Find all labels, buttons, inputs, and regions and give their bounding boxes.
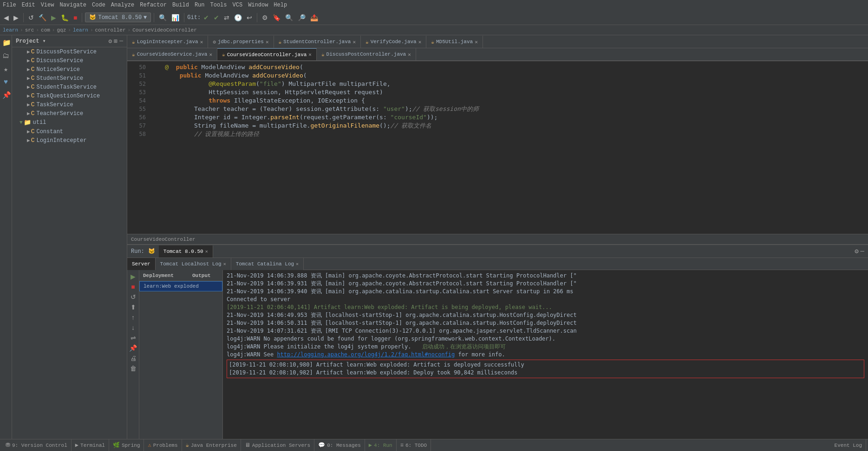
tab-close-icon[interactable]: ✕ [209,52,212,58]
status-run[interactable]: ▶ 4: Run [365,439,397,451]
status-problems[interactable]: ⚠ Problems [144,439,182,451]
run-wrap-btn[interactable]: ⇌ [130,333,137,342]
run-scroll-down-btn[interactable]: ↓ [131,323,136,332]
settings-button[interactable]: ⚙ [260,13,270,22]
sidebar-layout-icon[interactable]: ⊞ [114,38,117,45]
run-settings-icon[interactable]: ⚙ [855,247,858,255]
tab-jdbc[interactable]: ⚙ jdbc.properties ✕ [208,36,274,48]
tree-item-util[interactable]: ▼ 📁 util [12,118,127,127]
forward-button[interactable]: ▶ [12,13,20,22]
tab-close-icon[interactable]: ✕ [408,52,411,58]
menu-tools[interactable]: Tools [210,2,227,8]
coverage-button[interactable]: 🔍 [157,13,169,22]
tab-close-icon[interactable]: ✕ [200,39,203,45]
git-checkmark[interactable]: ✔ [202,13,211,22]
breadcrumb-com[interactable]: com [41,27,50,33]
breadcrumb-src[interactable]: src [25,27,34,33]
tab-coursevideoservice[interactable]: ☕ CourseVideoService.java ✕ [127,48,217,60]
menu-vcs[interactable]: VCS [233,2,243,8]
status-messages[interactable]: 💬 0: Messages [314,439,365,451]
reload-button[interactable]: ↺ [26,13,36,22]
status-java-enterprise[interactable]: ☕ Java Enterprise [182,439,241,451]
menu-view[interactable]: View [41,2,54,8]
run-print-btn[interactable]: 🖨 [129,354,137,363]
breadcrumb-learn2[interactable]: learn [73,27,88,33]
git-clock[interactable]: 🕐 [232,13,244,22]
tab-coursevideocontroller[interactable]: ☕ CourseVideoController.java ✕ [217,48,317,60]
tab-close-icon[interactable]: ✕ [475,39,478,45]
sidebar-minimize-icon[interactable]: ─ [119,38,123,45]
tree-item-studentservice[interactable]: ▶ C StudentService [12,74,127,83]
status-spring[interactable]: 🌿 Spring [109,439,144,451]
code-editor[interactable]: 50 @ public ModelAndView addCourseVideo(… [127,61,868,234]
tab-close-icon[interactable]: ✕ [352,39,356,45]
debug-button[interactable]: 🐛 [59,13,71,22]
back-button[interactable]: ◀ [2,13,11,22]
menu-build[interactable]: Build [172,2,189,8]
menu-edit[interactable]: Edit [22,2,35,8]
tab-discusspostcontroller[interactable]: ☕ DiscussPostController.java ✕ [317,48,416,60]
tree-item-taskquestionservice[interactable]: ▶ C TaskQuestionService [12,91,127,100]
run-scroll-up-btn[interactable]: ↑ [131,313,136,322]
log4j-link[interactable]: http://logging.apache.org/log4j/1.2/faq.… [277,351,455,358]
menu-code[interactable]: Code [92,2,105,8]
run-output[interactable]: 21-Nov-2019 14:06:39.888 资讯 [main] org.a… [223,270,868,439]
search-button[interactable]: 🔍 [283,13,295,22]
git-sync[interactable]: ⇄ [222,13,231,22]
status-terminal[interactable]: ▶ Terminal [72,439,109,451]
tab-close-icon[interactable]: ✕ [418,39,422,45]
breadcrumb-gqz[interactable]: gqz [57,27,66,33]
bookmark-button[interactable]: 🔖 [271,13,282,22]
menu-navigate[interactable]: Navigate [59,2,86,8]
run-subtab-close[interactable]: ✕ [223,261,226,267]
run-deploy-item[interactable]: learn:Web exploded [139,281,222,291]
tab-close-icon[interactable]: ✕ [308,52,312,58]
profile-button[interactable]: 📊 [170,13,181,22]
menu-file[interactable]: File [3,2,16,8]
run-clear-btn[interactable]: 🗑 [129,364,137,373]
bookmark-icon[interactable]: ★ [1,64,11,75]
git-check2[interactable]: ✔ [212,13,221,22]
tab-verifycode[interactable]: ☕ VerifyCode.java ✕ [361,36,426,48]
run-pin-btn[interactable]: 📌 [128,343,138,353]
git-undo[interactable]: ↩ [245,13,254,22]
tree-item-loginintecepter[interactable]: ▶ C LoginIntecepter [12,136,127,145]
tree-item-noticeservice[interactable]: ▶ C NoticeService [12,65,127,74]
tab-loginintecepter[interactable]: ☕ LoginIntecepter.java ✕ [127,36,208,48]
breadcrumb-controller[interactable]: controller [95,27,126,33]
status-todo[interactable]: ≡ 6: TODO [397,439,431,451]
tree-item-discusspostservice[interactable]: ▶ C DiscussPostService [12,47,127,56]
tab-md5util[interactable]: ☕ MD5Util.java ✕ [426,36,483,48]
favorites-icon[interactable]: ♥ [1,77,11,88]
run-update-btn[interactable]: ⬆ [130,303,137,312]
run-subtab-close[interactable]: ✕ [296,261,299,267]
run-tab-close-icon[interactable]: ✕ [205,249,208,254]
menu-window[interactable]: Window [248,2,268,8]
project-icon[interactable]: 📁 [1,37,11,49]
run-restart-btn[interactable]: ↺ [130,292,137,302]
run-minimize-icon[interactable]: ─ [861,248,864,255]
tree-item-discussservice[interactable]: ▶ C DiscussService [12,56,127,65]
tab-studentcontroller[interactable]: ☕ StudentController.java ✕ [274,36,361,48]
run-tomcat-tab[interactable]: Tomcat 8.0.50 ✕ [159,245,213,258]
menu-analyze[interactable]: Analyze [111,2,134,8]
tomcat-dropdown[interactable]: 🐱 Tomcat 8.0.50 ▼ [85,13,151,22]
run-start-btn[interactable]: ▶ [130,272,137,281]
sidebar-gear-icon[interactable]: ⚙ [109,38,112,45]
tab-close-icon[interactable]: ✕ [266,39,269,45]
breadcrumb-learn1[interactable]: learn [3,27,18,33]
tree-item-constant[interactable]: ▶ C Constant [12,127,127,136]
run-subtab-server[interactable]: Server [127,258,156,270]
run-subtab-catalina[interactable]: Tomcat Catalina Log ✕ [231,258,304,270]
find-button[interactable]: 🔎 [296,13,307,22]
share-button[interactable]: 📤 [308,13,320,22]
menu-refactor[interactable]: Refactor [140,2,167,8]
menu-run[interactable]: Run [195,2,205,8]
run-stop-btn[interactable]: ■ [130,282,136,291]
structure-icon[interactable]: 🗂 [1,51,11,62]
run-button[interactable]: ▶ [49,13,58,22]
status-event-log[interactable]: Event Log [831,439,866,451]
breadcrumb-class[interactable]: CourseVideoController [132,27,197,33]
menu-help[interactable]: Help [274,2,287,8]
tree-item-studenttaskservice[interactable]: ▶ C StudentTaskService [12,83,127,91]
